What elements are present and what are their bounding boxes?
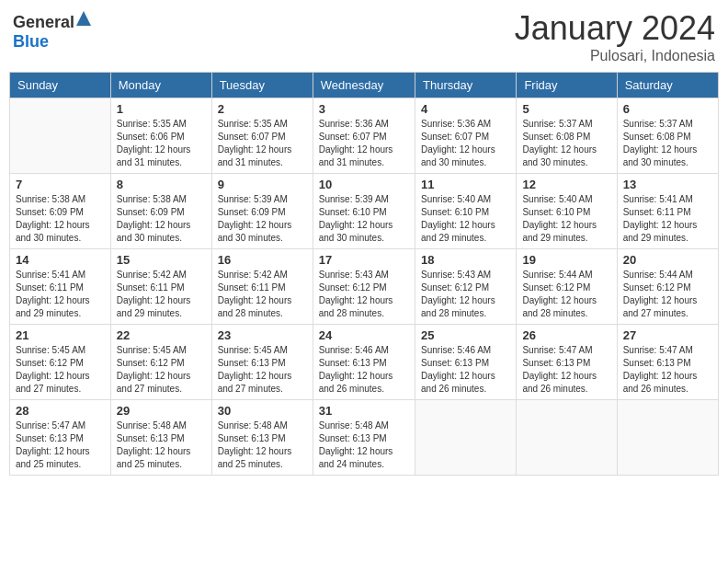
calendar-week-3: 14Sunrise: 5:41 AMSunset: 6:11 PMDayligh… [10,249,719,325]
daylight-text: Daylight: 12 hours and 29 minutes. [623,219,712,245]
day-info: Sunrise: 5:48 AMSunset: 6:13 PMDaylight:… [218,419,307,471]
calendar-cell: 18Sunrise: 5:43 AMSunset: 6:12 PMDayligh… [415,249,517,325]
day-number: 26 [522,328,610,342]
sunrise-text: Sunrise: 5:48 AM [218,419,307,432]
page-header: General Blue January 2024 Pulosari, Indo… [9,9,719,64]
sunset-text: Sunset: 6:07 PM [218,131,307,144]
daylight-text: Daylight: 12 hours and 29 minutes. [522,219,610,245]
header-thursday: Thursday [415,73,517,98]
daylight-text: Daylight: 12 hours and 27 minutes. [218,370,307,396]
sunset-text: Sunset: 6:10 PM [319,206,409,219]
day-info: Sunrise: 5:38 AMSunset: 6:09 PMDaylight:… [16,193,105,245]
location-subtitle: Pulosari, Indonesia [515,48,715,64]
day-info: Sunrise: 5:46 AMSunset: 6:13 PMDaylight:… [421,344,510,396]
sunrise-text: Sunrise: 5:42 AM [117,269,206,282]
sunset-text: Sunset: 6:07 PM [421,131,510,144]
daylight-text: Daylight: 12 hours and 29 minutes. [16,294,105,320]
calendar-cell: 9Sunrise: 5:39 AMSunset: 6:09 PMDaylight… [211,174,313,249]
sunrise-text: Sunrise: 5:38 AM [117,193,206,206]
sunrise-text: Sunrise: 5:39 AM [319,193,409,206]
day-info: Sunrise: 5:37 AMSunset: 6:08 PMDaylight:… [623,118,712,169]
daylight-text: Daylight: 12 hours and 30 minutes. [522,144,610,169]
day-info: Sunrise: 5:48 AMSunset: 6:13 PMDaylight:… [117,419,206,471]
sunset-text: Sunset: 6:11 PM [218,282,307,294]
daylight-text: Daylight: 12 hours and 30 minutes. [319,219,409,245]
day-number: 19 [522,253,610,267]
sunrise-text: Sunrise: 5:47 AM [522,344,610,357]
calendar-week-2: 7Sunrise: 5:38 AMSunset: 6:09 PMDaylight… [10,174,719,249]
sunset-text: Sunset: 6:10 PM [421,206,510,219]
calendar-cell: 22Sunrise: 5:45 AMSunset: 6:12 PMDayligh… [110,325,211,400]
month-title: January 2024 [515,9,715,48]
logo: General Blue [13,9,93,52]
calendar-cell [617,400,718,476]
calendar-cell: 23Sunrise: 5:45 AMSunset: 6:13 PMDayligh… [211,325,313,400]
sunrise-text: Sunrise: 5:37 AM [522,118,610,131]
sunrise-text: Sunrise: 5:46 AM [421,344,510,357]
day-number: 8 [117,178,206,191]
daylight-text: Daylight: 12 hours and 26 minutes. [623,370,712,396]
day-info: Sunrise: 5:47 AMSunset: 6:13 PMDaylight:… [16,419,105,471]
daylight-text: Daylight: 12 hours and 28 minutes. [218,294,307,320]
calendar-cell: 4Sunrise: 5:36 AMSunset: 6:07 PMDaylight… [415,98,517,174]
day-number: 9 [218,178,307,191]
calendar-cell: 19Sunrise: 5:44 AMSunset: 6:12 PMDayligh… [517,249,617,325]
day-info: Sunrise: 5:40 AMSunset: 6:10 PMDaylight:… [421,193,510,245]
sunrise-text: Sunrise: 5:43 AM [421,269,510,282]
day-number: 17 [319,253,409,267]
calendar-week-4: 21Sunrise: 5:45 AMSunset: 6:12 PMDayligh… [10,325,719,400]
day-number: 15 [117,253,206,267]
calendar-cell: 11Sunrise: 5:40 AMSunset: 6:10 PMDayligh… [415,174,517,249]
calendar-header-row: SundayMondayTuesdayWednesdayThursdayFrid… [10,73,719,98]
calendar-cell: 27Sunrise: 5:47 AMSunset: 6:13 PMDayligh… [617,325,718,400]
header-monday: Monday [110,73,211,98]
sunrise-text: Sunrise: 5:48 AM [117,419,206,432]
sunrise-text: Sunrise: 5:44 AM [522,269,610,282]
sunrise-text: Sunrise: 5:48 AM [319,419,409,432]
daylight-text: Daylight: 12 hours and 28 minutes. [319,294,409,320]
sunset-text: Sunset: 6:06 PM [117,131,206,144]
day-number: 16 [218,253,307,267]
sunset-text: Sunset: 6:13 PM [16,432,105,445]
header-tuesday: Tuesday [211,73,313,98]
day-info: Sunrise: 5:46 AMSunset: 6:13 PMDaylight:… [319,344,409,396]
sunrise-text: Sunrise: 5:41 AM [16,269,105,282]
day-info: Sunrise: 5:36 AMSunset: 6:07 PMDaylight:… [319,118,409,169]
logo-icon [74,9,93,28]
daylight-text: Daylight: 12 hours and 30 minutes. [16,219,105,245]
header-saturday: Saturday [617,73,718,98]
day-info: Sunrise: 5:39 AMSunset: 6:10 PMDaylight:… [319,193,409,245]
sunset-text: Sunset: 6:09 PM [16,206,105,219]
calendar-table: SundayMondayTuesdayWednesdayThursdayFrid… [9,72,719,476]
day-number: 28 [16,404,105,418]
sunset-text: Sunset: 6:13 PM [522,357,610,370]
sunset-text: Sunset: 6:07 PM [319,131,409,144]
sunrise-text: Sunrise: 5:45 AM [218,344,307,357]
sunset-text: Sunset: 6:12 PM [623,282,712,294]
calendar-cell: 13Sunrise: 5:41 AMSunset: 6:11 PMDayligh… [617,174,718,249]
sunset-text: Sunset: 6:09 PM [218,206,307,219]
day-number: 2 [218,102,307,116]
calendar-cell: 8Sunrise: 5:38 AMSunset: 6:09 PMDaylight… [110,174,211,249]
sunrise-text: Sunrise: 5:35 AM [117,118,206,131]
daylight-text: Daylight: 12 hours and 25 minutes. [218,445,307,471]
day-info: Sunrise: 5:35 AMSunset: 6:06 PMDaylight:… [117,118,206,169]
logo-text: General Blue [13,9,93,52]
daylight-text: Daylight: 12 hours and 27 minutes. [623,294,712,320]
calendar-cell: 26Sunrise: 5:47 AMSunset: 6:13 PMDayligh… [517,325,617,400]
daylight-text: Daylight: 12 hours and 30 minutes. [218,219,307,245]
sunrise-text: Sunrise: 5:36 AM [319,118,409,131]
daylight-text: Daylight: 12 hours and 30 minutes. [623,144,712,169]
day-number: 18 [421,253,510,267]
daylight-text: Daylight: 12 hours and 24 minutes. [319,445,409,471]
calendar-cell: 15Sunrise: 5:42 AMSunset: 6:11 PMDayligh… [110,249,211,325]
calendar-cell: 10Sunrise: 5:39 AMSunset: 6:10 PMDayligh… [313,174,415,249]
day-number: 3 [319,102,409,116]
sunset-text: Sunset: 6:13 PM [319,357,409,370]
daylight-text: Daylight: 12 hours and 28 minutes. [421,294,510,320]
sunset-text: Sunset: 6:12 PM [16,357,105,370]
logo-general: General [13,13,74,31]
calendar-cell: 28Sunrise: 5:47 AMSunset: 6:13 PMDayligh… [10,400,111,476]
calendar-cell: 17Sunrise: 5:43 AMSunset: 6:12 PMDayligh… [313,249,415,325]
calendar-cell: 2Sunrise: 5:35 AMSunset: 6:07 PMDaylight… [211,98,313,174]
